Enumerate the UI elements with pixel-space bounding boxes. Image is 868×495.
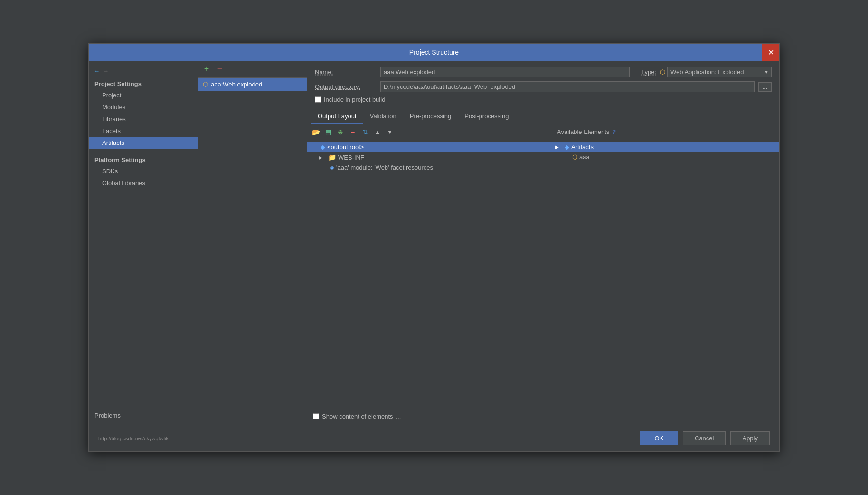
available-artifacts-item[interactable]: ▶ ◆ Artifacts: [551, 142, 779, 152]
output-section: 📂 ▤ ⊕ −: [307, 124, 779, 425]
artifacts-label: Artifacts: [571, 143, 594, 151]
ok-button[interactable]: OK: [640, 431, 678, 445]
platform-settings-header: Platform Settings: [89, 152, 198, 165]
sidebar-item-facets[interactable]: Facets: [89, 125, 198, 137]
move-down-icon: ▼: [387, 129, 393, 135]
tab-post-processing[interactable]: Post-processing: [458, 109, 515, 124]
form-section: Name: Type: ⬡ Web Application: Exploded …: [307, 61, 779, 109]
open-folder-btn[interactable]: 📂: [310, 126, 321, 138]
browse-button[interactable]: ...: [758, 82, 772, 92]
sidebar: ← → Project Settings Project Modules Lib…: [89, 61, 198, 425]
output-dir-input[interactable]: [380, 81, 755, 92]
available-header-text: Available Elements: [557, 128, 609, 135]
output-dir-row: Output directory: ...: [315, 81, 772, 92]
move-down-btn[interactable]: ▼: [384, 126, 396, 138]
move-up-icon: ▲: [375, 129, 380, 135]
apply-button[interactable]: Apply: [730, 431, 770, 445]
stack-icon: ▤: [325, 128, 331, 136]
web-app-icon: ⬡: [660, 68, 665, 76]
output-tree: ◆ <output root> ▶ 📁 WEB-INF: [307, 140, 551, 408]
artifacts-arrow: ▶: [555, 144, 563, 150]
web-exploded-icon: ⬡: [203, 81, 208, 88]
sidebar-item-problems[interactable]: Problems: [89, 408, 198, 421]
sidebar-item-global-libraries[interactable]: Global Libraries: [89, 177, 198, 189]
available-aaa-item[interactable]: ⬡ aaa: [551, 152, 779, 162]
sidebar-item-artifacts[interactable]: Artifacts: [89, 137, 198, 149]
add-element-btn[interactable]: ⊕: [335, 126, 346, 138]
facet-icon: ◈: [330, 164, 334, 171]
artifact-item-label: aaa:Web exploded: [211, 81, 262, 88]
include-build-row: Include in project build: [315, 96, 772, 103]
type-dropdown-wrapper: ⬡ Web Application: Exploded ▼: [660, 67, 772, 77]
artifact-item[interactable]: ⬡ aaa:Web exploded: [198, 78, 307, 91]
output-dir-label: Output directory:: [315, 83, 377, 90]
show-content-label[interactable]: Show content of elements: [322, 413, 393, 420]
name-input[interactable]: [380, 67, 630, 77]
open-folder-icon: 📂: [312, 128, 320, 136]
project-settings-header: Project Settings: [89, 76, 198, 89]
fwd-nav-icon[interactable]: →: [103, 67, 109, 75]
output-tree-panel: 📂 ▤ ⊕ −: [307, 124, 551, 425]
sort-icon: ⇅: [362, 128, 368, 136]
sidebar-item-sdks[interactable]: SDKs: [89, 165, 198, 177]
title-bar: Project Structure ✕: [89, 44, 779, 61]
main-area: ← → Project Settings Project Modules Lib…: [89, 61, 779, 425]
sidebar-item-modules[interactable]: Modules: [89, 101, 198, 113]
back-nav-icon[interactable]: ←: [94, 67, 100, 75]
facet-label: 'aaa' module: 'Web' facet resources: [336, 164, 433, 171]
sidebar-item-project[interactable]: Project: [89, 89, 198, 101]
content-area: + − ⬡ aaa:Web exploded Name:: [198, 61, 779, 425]
right-panel: Name: Type: ⬡ Web Application: Exploded …: [307, 61, 779, 425]
artifacts-icon: ◆: [565, 143, 569, 151]
output-root-label: <output root>: [327, 143, 364, 151]
aaa-label: aaa: [579, 153, 590, 161]
cancel-button[interactable]: Cancel: [683, 431, 726, 445]
aaa-icon: ⬡: [572, 153, 577, 161]
move-up-btn[interactable]: ▲: [372, 126, 383, 138]
dialog-title: Project Structure: [409, 48, 459, 56]
show-content-checkbox[interactable]: [313, 413, 319, 419]
artifact-toolbar: + −: [198, 61, 307, 78]
footer: http://blog.csdn.net/ckywqfwlik OK Cance…: [89, 425, 779, 451]
project-structure-dialog: Project Structure ✕ ← → Project Settings…: [88, 43, 780, 452]
help-icon[interactable]: ?: [612, 128, 616, 135]
available-tree: ▶ ◆ Artifacts ⬡ aaa: [551, 140, 779, 425]
name-label: Name:: [315, 68, 377, 76]
include-build-checkbox[interactable]: [315, 96, 321, 103]
include-build-label[interactable]: Include in project build: [324, 96, 385, 103]
artifact-list-panel: + − ⬡ aaa:Web exploded: [198, 61, 307, 425]
type-select[interactable]: Web Application: Exploded: [667, 67, 772, 77]
sidebar-item-libraries[interactable]: Libraries: [89, 113, 198, 125]
tab-validation[interactable]: Validation: [363, 109, 403, 124]
stack-btn[interactable]: ▤: [322, 126, 334, 138]
tabs-bar: Output Layout Validation Pre-processing …: [307, 109, 779, 124]
footer-link: http://blog.csdn.net/ckywqfwlik: [98, 436, 169, 441]
close-button[interactable]: ✕: [762, 44, 779, 61]
tree-item-facet-resources[interactable]: ◈ 'aaa' module: 'Web' facet resources: [307, 162, 551, 172]
available-elements-panel: Available Elements ? ▶ ◆ Artifacts: [551, 124, 779, 425]
sort-btn[interactable]: ⇅: [359, 126, 371, 138]
show-content-ellipsis: ...: [396, 413, 401, 420]
tree-item-webinf[interactable]: ▶ 📁 WEB-INF: [307, 152, 551, 162]
show-content-row: Show content of elements ...: [313, 413, 401, 420]
tree-item-output-root[interactable]: ◆ <output root>: [307, 142, 551, 152]
name-row: Name: Type: ⬡ Web Application: Exploded …: [315, 67, 772, 77]
add-artifact-button[interactable]: +: [201, 64, 212, 75]
output-toolbar: 📂 ▤ ⊕ −: [307, 124, 551, 140]
remove-element-icon: −: [351, 128, 355, 136]
folder-icon: 📁: [328, 153, 336, 161]
tab-output-layout[interactable]: Output Layout: [311, 109, 363, 124]
remove-element-btn[interactable]: −: [347, 126, 359, 138]
webinf-label: WEB-INF: [338, 154, 364, 161]
output-root-icon: ◆: [321, 143, 325, 151]
bottom-bar: Show content of elements ...: [307, 408, 551, 425]
remove-artifact-button[interactable]: −: [214, 64, 226, 75]
add-element-icon: ⊕: [338, 128, 343, 136]
tab-pre-processing[interactable]: Pre-processing: [403, 109, 458, 124]
type-label: Type:: [641, 68, 656, 76]
available-header: Available Elements ?: [551, 124, 779, 140]
webinf-arrow: ▶: [319, 155, 326, 160]
